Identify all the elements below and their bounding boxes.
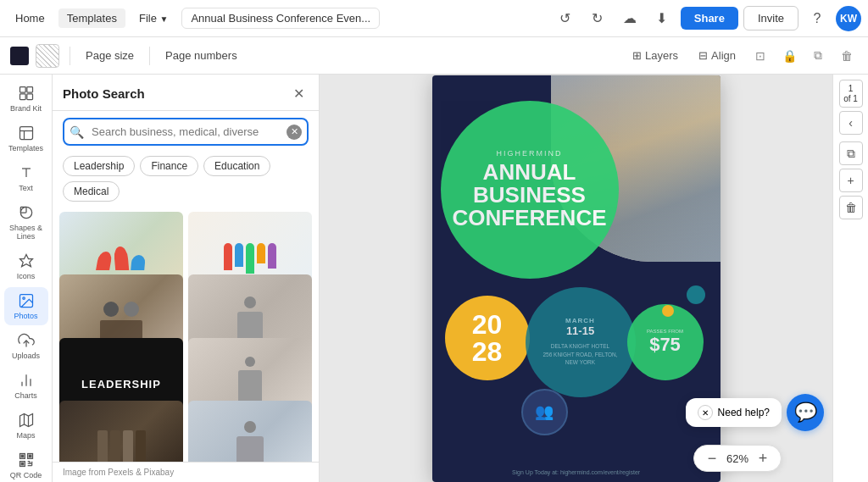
copy-icon[interactable]: ⧉ xyxy=(807,45,829,67)
sidebar-item-uploads[interactable]: Uploads xyxy=(4,327,48,365)
align-button[interactable]: ⊟ Align xyxy=(692,46,743,65)
invite-button[interactable]: Invite xyxy=(743,6,798,30)
sidebar-label-charts: Charts xyxy=(14,391,37,400)
svg-rect-2 xyxy=(19,94,25,100)
svg-rect-0 xyxy=(19,87,25,93)
copy-right-button[interactable]: ⧉ xyxy=(839,141,863,165)
sidebar-label-uploads: Uploads xyxy=(12,352,40,360)
zoom-out-button[interactable]: − xyxy=(703,449,721,468)
flyer-dot-orange xyxy=(662,305,674,317)
panel-footer: Image from Pexels & Pixabay xyxy=(53,462,319,482)
search-input[interactable] xyxy=(63,118,309,146)
toolbar-separator-2 xyxy=(149,47,150,65)
delete-icon[interactable]: 🗑 xyxy=(836,45,858,67)
page-indicator: 1 of 1 xyxy=(839,80,863,108)
sidebar-label-brand-kit: Brand Kit xyxy=(10,104,42,113)
svg-rect-4 xyxy=(19,127,32,140)
download-button[interactable]: ⬇ xyxy=(648,5,676,32)
tag-leadership[interactable]: Leadership xyxy=(63,156,135,176)
sidebar-item-photos[interactable]: Photos xyxy=(4,287,48,325)
uploads-icon xyxy=(18,332,35,349)
zoom-bar: − 62% + xyxy=(693,445,782,472)
align-icon: ⊟ xyxy=(698,49,708,62)
search-clear-button[interactable]: ✕ xyxy=(287,125,302,140)
tag-medical[interactable]: Medical xyxy=(63,181,120,202)
sidebar-label-photos: Photos xyxy=(14,312,37,320)
sidebar-item-qrcode[interactable]: QR Code xyxy=(4,446,48,482)
flyer-dot-teal xyxy=(687,285,705,304)
cloud-button[interactable]: ☁ xyxy=(616,5,643,32)
redo-button[interactable]: ↻ xyxy=(584,5,611,32)
main-layout: Brand Kit Templates Text Shapes & Lines … xyxy=(0,75,868,482)
help-text: Need help? xyxy=(718,407,770,418)
shapes-icon xyxy=(18,204,35,221)
help-bubble: ✕ Need help? xyxy=(686,398,782,427)
share-button[interactable]: Share xyxy=(681,7,738,30)
color-picker[interactable] xyxy=(10,47,29,65)
svg-rect-24 xyxy=(21,455,24,457)
avatar[interactable]: KW xyxy=(836,6,861,31)
undo-button[interactable]: ↺ xyxy=(552,5,579,32)
page-numbers-label[interactable]: Page numbers xyxy=(160,49,242,62)
svg-rect-26 xyxy=(21,463,24,465)
sidebar-item-maps[interactable]: Maps xyxy=(4,407,48,445)
sidebar-label-shapes: Shapes & Lines xyxy=(8,224,45,241)
flyer-icon-circle: 👥 xyxy=(521,389,568,435)
photo-item-7[interactable] xyxy=(59,401,183,462)
templates-icon xyxy=(18,125,35,141)
toolbar-separator xyxy=(70,47,70,65)
svg-rect-3 xyxy=(26,94,32,100)
sidebar-item-brand-kit[interactable]: Brand Kit xyxy=(4,80,48,118)
zoom-level: 62% xyxy=(726,452,748,465)
sidebar-item-icons[interactable]: Icons xyxy=(4,247,48,285)
panel-header: Photo Search ✕ xyxy=(53,75,319,111)
sidebar-item-charts[interactable]: Charts xyxy=(4,367,48,405)
chat-button[interactable]: 💬 xyxy=(787,394,824,431)
flyer-main-circle: HIGHERMIND ANNUAL BUSINESS CONFERENCE xyxy=(441,101,619,279)
templates-tab[interactable]: Templates xyxy=(58,8,125,28)
page-current: 1 xyxy=(849,84,854,93)
flyer-year-circle: 20 28 xyxy=(445,296,530,380)
sidebar-item-templates[interactable]: Templates xyxy=(4,119,48,158)
tag-finance[interactable]: Finance xyxy=(140,156,198,176)
tag-education[interactable]: Education xyxy=(203,156,270,176)
tags-row: Leadership Finance Education Medical xyxy=(53,152,319,208)
add-page-button[interactable]: + xyxy=(839,169,863,192)
canvas-area[interactable]: HIGHERMIND ANNUAL BUSINESS CONFERENCE 20… xyxy=(320,75,832,482)
sidebar-label-maps: Maps xyxy=(16,431,35,440)
collapse-button[interactable]: ‹ xyxy=(839,111,863,135)
svg-point-13 xyxy=(22,297,24,300)
sidebar-label-text: Text xyxy=(19,184,33,192)
flyer-date-circle: MARCH 11-15 DELTA KNIGHT HOTEL256 KNIGHT… xyxy=(526,287,636,397)
panel-title: Photo Search xyxy=(63,86,145,101)
qrcode-icon xyxy=(18,452,35,468)
photos-icon xyxy=(18,292,35,309)
help-close-button[interactable]: ✕ xyxy=(698,405,713,420)
zoom-in-button[interactable]: + xyxy=(754,449,772,468)
delete-page-button[interactable]: 🗑 xyxy=(839,196,863,219)
charts-icon xyxy=(18,372,35,389)
layers-icon: ⊞ xyxy=(632,49,642,62)
sidebar-label-qrcode: QR Code xyxy=(10,471,42,479)
photo-item-8[interactable] xyxy=(188,401,312,462)
svg-rect-25 xyxy=(29,455,31,457)
flyer-venue: DELTA KNIGHT HOTEL256 KNIGHT ROAD, FELTO… xyxy=(542,342,617,367)
flyer-brand: HIGHERMIND xyxy=(497,149,563,158)
sidebar-item-shapes[interactable]: Shapes & Lines xyxy=(4,199,48,246)
filename-display[interactable]: Annual Business Conference Even... xyxy=(181,8,380,29)
crop-icon[interactable]: ⊡ xyxy=(749,45,771,67)
home-tab[interactable]: Home xyxy=(7,8,53,28)
layers-button[interactable]: ⊞ Layers xyxy=(626,46,685,65)
toolbar-right-group: ⊞ Layers ⊟ Align ⊡ 🔒 ⧉ 🗑 xyxy=(626,45,858,67)
sidebar-label-icons: Icons xyxy=(17,272,36,280)
brand-icon xyxy=(18,85,35,102)
text-icon xyxy=(18,164,35,181)
pattern-picker[interactable] xyxy=(36,44,59,68)
file-tab[interactable]: File ▼ xyxy=(131,8,176,28)
sidebar-item-text[interactable]: Text xyxy=(4,159,48,197)
panel-close-button[interactable]: ✕ xyxy=(288,83,309,103)
lock-icon[interactable]: 🔒 xyxy=(778,45,800,67)
page-size-label[interactable]: Page size xyxy=(81,49,139,62)
right-panel: 1 of 1 ‹ ⧉ + 🗑 xyxy=(832,75,868,482)
help-button[interactable]: ? xyxy=(804,5,831,32)
